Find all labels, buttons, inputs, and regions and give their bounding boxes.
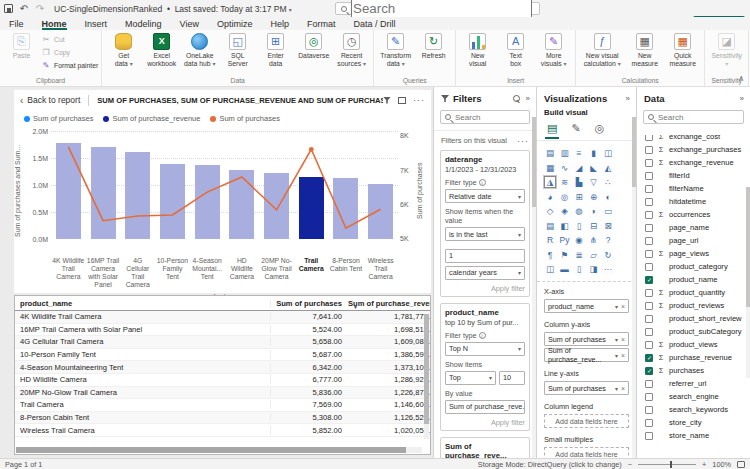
bar[interactable] — [225, 131, 260, 239]
visual-type-icon[interactable]: ◮ — [544, 176, 556, 188]
filter-value-input[interactable] — [445, 249, 525, 263]
data-search-input[interactable] — [658, 113, 728, 122]
field-item[interactable]: Σ product_quantity — [637, 286, 745, 299]
visual-type-icon[interactable]: ▭ — [602, 205, 614, 217]
table-horizontal-scrollbar[interactable] — [16, 447, 422, 453]
cut-button[interactable]: ✂Cut — [41, 33, 98, 45]
filters-search-box[interactable] — [440, 110, 530, 124]
field-chip[interactable]: Sum of purchases▾× — [544, 332, 629, 346]
bar[interactable] — [259, 131, 294, 239]
ribbon-button[interactable]: ▦ Quickmeasure ▾ — [664, 32, 701, 67]
visual-type-icon[interactable]: ◫ — [602, 147, 614, 159]
filter-type-select[interactable]: Relative date▾ — [445, 189, 525, 203]
field-item[interactable]: Σ hitdatetime — [637, 195, 745, 208]
visual-type-icon[interactable]: ◇ — [544, 205, 556, 217]
visual-type-icon[interactable]: ▯ — [573, 263, 585, 275]
visual-type-icon[interactable]: ▤ — [544, 147, 556, 159]
table-row[interactable]: 4K Wildlife Trail Camera 7,641.00 1,781,… — [15, 311, 430, 324]
column-header-revenue[interactable]: Sum of purchase_reven — [348, 299, 430, 308]
menu-item[interactable]: Data / Drill — [344, 17, 404, 30]
visual-type-icon[interactable]: ◎ — [559, 191, 571, 203]
visual-type-icon[interactable]: ¶ — [544, 249, 556, 261]
field-checkbox[interactable] — [645, 135, 653, 141]
menu-item[interactable]: Modeling — [116, 17, 171, 30]
collapse-pane-icon[interactable]: » — [526, 94, 530, 103]
ribbon-button[interactable]: ▦ Newmeasure ▾ — [626, 32, 663, 67]
field-checkbox[interactable] — [645, 432, 653, 440]
table-row[interactable]: 4-Season Mountaineering Tent 6,342.00 1,… — [15, 361, 430, 374]
visual-type-icon[interactable]: ◨ — [588, 263, 600, 275]
field-checkbox[interactable] — [645, 237, 653, 245]
table-vertical-scrollbar[interactable] — [424, 314, 429, 439]
collapse-pane-icon[interactable]: » — [626, 94, 630, 103]
visual-type-icon[interactable]: ? — [602, 234, 614, 246]
ribbon-button[interactable]: OneLakedata hub ▾ — [181, 32, 218, 68]
x-axis-label[interactable]: 4G Cellular Trail Camera — [120, 255, 155, 291]
menu-item[interactable]: Home — [33, 17, 76, 30]
visual-type-icon[interactable]: ▽ — [588, 176, 600, 188]
zoom-out-icon[interactable]: − — [628, 460, 632, 469]
field-checkbox[interactable] — [645, 393, 653, 401]
by-value-field-chip[interactable]: Sum of purchase_reve...▾ × — [445, 400, 525, 414]
field-item[interactable]: Σ store_city — [637, 416, 745, 429]
field-item[interactable]: Σ filterName — [637, 182, 745, 195]
x-axis-label[interactable]: HD Wildlife Camera — [225, 255, 260, 291]
visual-type-icon[interactable]: R — [544, 234, 556, 246]
x-axis-label[interactable]: 20MP No-Glow Trail Camera — [259, 255, 294, 291]
field-checkbox[interactable] — [645, 159, 653, 167]
field-item[interactable]: Σ product_category — [637, 260, 745, 273]
field-checkbox[interactable] — [645, 276, 653, 284]
visual-type-icon[interactable]: ▱ — [588, 249, 600, 261]
bar[interactable] — [294, 131, 329, 239]
field-checkbox[interactable] — [645, 367, 653, 375]
field-checkbox[interactable] — [645, 172, 653, 180]
paste-button[interactable]: ⎘ Paste — [3, 32, 40, 60]
field-checkbox[interactable] — [645, 185, 653, 193]
field-item[interactable]: Σ exchange_purchases — [637, 143, 745, 156]
field-checkbox[interactable] — [645, 250, 653, 258]
ribbon-button[interactable]: ◷ Recentsources ▾ — [333, 32, 370, 68]
x-axis-label[interactable]: 10-Person Family Tent — [155, 255, 190, 291]
menu-item[interactable]: Optimize — [208, 17, 262, 30]
empty-field-well[interactable]: Add data fields here — [544, 447, 629, 458]
ribbon-button[interactable]: A Textbox ▾ — [497, 32, 534, 67]
topn-count-input[interactable] — [499, 371, 525, 385]
legend-item[interactable]: Sum of purchase_revenue — [103, 114, 200, 123]
x-axis-label[interactable]: 8-Person Cabin Tent — [329, 255, 364, 291]
visual-type-icon[interactable]: ◉ — [573, 234, 585, 246]
table-row[interactable]: 8-Person Cabin Tent 5,308.00 1,126,528. — [15, 412, 430, 425]
column-header-product-name[interactable]: product_name — [15, 299, 270, 308]
field-item[interactable]: Σ product_subCategory — [637, 325, 745, 338]
ribbon-button[interactable]: ⊞ Enterdata ▾ — [257, 32, 294, 67]
apply-filter-button[interactable]: Apply filter — [445, 414, 525, 427]
bar[interactable] — [363, 131, 398, 239]
visual-type-icon[interactable]: ∴ — [602, 176, 614, 188]
field-checkbox[interactable] — [645, 341, 653, 349]
save-icon[interactable] — [0, 2, 16, 16]
column-header-purchases[interactable]: Sum of purchases — [270, 299, 348, 308]
table-row[interactable]: Trail Camera 7,569.00 1,146,604. — [15, 399, 430, 412]
visual-type-icon[interactable]: ⊟ — [588, 220, 600, 232]
bar[interactable] — [190, 131, 225, 239]
field-item[interactable]: Σ purchases — [637, 364, 745, 377]
focus-mode-icon[interactable] — [398, 97, 406, 104]
field-checkbox[interactable] — [645, 198, 653, 206]
field-item[interactable]: Σ filterId — [637, 169, 745, 182]
field-item[interactable]: Σ product_name — [637, 273, 745, 286]
visual-type-icon[interactable]: ▬ — [559, 263, 571, 275]
visual-type-icon[interactable]: ▯ — [573, 220, 585, 232]
filter-card-product-name[interactable]: product_name top 10 by Sum of pur... Fil… — [440, 303, 530, 431]
apply-filter-button[interactable]: Apply filter — [445, 280, 525, 293]
ribbon-button[interactable]: ↻ Refresh ▾ — [415, 32, 452, 60]
ribbon-button[interactable]: ✎ Transformdata ▾ — [377, 32, 414, 68]
field-checkbox[interactable] — [645, 315, 653, 323]
back-to-report-link[interactable]: ‹Back to report — [20, 95, 89, 106]
field-checkbox[interactable] — [645, 406, 653, 414]
visual-type-icon[interactable]: ▥ — [559, 147, 571, 159]
field-item[interactable]: Σ page_url — [637, 234, 745, 247]
visual-type-icon[interactable]: ⊠ — [602, 220, 614, 232]
visual-type-icon[interactable]: ◣ — [588, 162, 600, 174]
x-axis-label[interactable]: Wireless Trail Camera — [363, 255, 398, 291]
field-item[interactable]: Σ purchase_revenue — [637, 351, 745, 364]
field-chip[interactable]: Sum of purchases▾× — [544, 381, 629, 395]
